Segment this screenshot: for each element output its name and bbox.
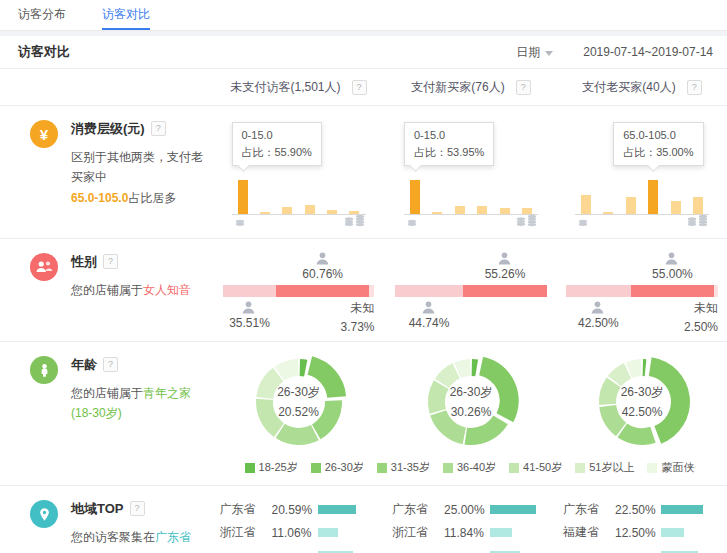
help-icon[interactable]: ? <box>103 357 118 372</box>
male-segment[interactable] <box>395 285 463 297</box>
gender-chart-cell[interactable]: 55.00%42.50%未知2.50% <box>557 239 727 333</box>
bar[interactable] <box>305 205 315 214</box>
region-percent: 25.00% <box>444 503 490 517</box>
legend-item[interactable]: 18-25岁 <box>245 460 298 475</box>
age-donut-cell[interactable]: 26-30岁42.50% <box>557 342 727 452</box>
legend-label: 36-40岁 <box>457 460 496 475</box>
unknown-segment[interactable] <box>369 285 375 297</box>
legend-item[interactable]: 蒙面侠 <box>647 460 694 475</box>
age-legend: 18-25岁26-30岁31-35岁36-40岁41-50岁51岁以上蒙面侠 <box>212 452 727 477</box>
male-segment[interactable] <box>223 285 277 297</box>
low-spend-coin-icon <box>234 216 246 230</box>
section-region-top: 地域TOP? 您的访客聚集在广东省 广东省20.59%浙江省11.06% 广东省… <box>0 486 727 553</box>
region-chart-cell[interactable]: 广东省20.59%浙江省11.06% <box>212 486 385 553</box>
bar[interactable] <box>238 180 248 214</box>
gender-title: 性别 <box>71 254 97 269</box>
bar[interactable] <box>693 197 703 214</box>
consume-chart-cell[interactable]: 65.0-105.0占比：35.00% <box>557 106 727 230</box>
legend-swatch <box>647 463 657 473</box>
section-age: 年龄? 您的店铺属于青年之家(18-30岁) 26-30岁20.52% 26-3… <box>0 342 727 486</box>
bar[interactable] <box>477 206 487 214</box>
bar[interactable] <box>648 180 658 214</box>
region-row[interactable]: 广东省25.00% <box>392 498 550 521</box>
high-spend-coins-icon <box>686 214 709 230</box>
bar[interactable] <box>626 197 636 214</box>
region-row[interactable]: 福建省12.50% <box>563 521 721 544</box>
legend-item[interactable]: 41-50岁 <box>509 460 562 475</box>
gender-stacked-bar-chart: 55.00%42.50%未知2.50% <box>566 251 718 333</box>
region-chart-cell[interactable]: 广东省25.00%浙江省11.84% <box>385 486 557 553</box>
bar[interactable] <box>455 206 465 214</box>
age-donut-cell[interactable]: 26-30岁20.52% <box>212 342 385 452</box>
gender-bar[interactable] <box>223 285 375 297</box>
tab-bar: 访客分布 访客对比 <box>0 0 727 31</box>
bar[interactable] <box>282 207 292 214</box>
region-percent: 22.50% <box>615 503 661 517</box>
male-segment[interactable] <box>566 285 631 297</box>
region-bar <box>661 505 703 514</box>
gender-stacked-bar-chart: 60.76%35.51%未知3.73% <box>223 251 375 333</box>
column-header-unpaid: 未支付访客(1,501人) ? <box>212 69 385 105</box>
tab-visitor-distribution[interactable]: 访客分布 <box>18 0 66 30</box>
tab-visitor-compare[interactable]: 访客对比 <box>102 0 150 30</box>
date-controls: 日期 2019-07-14~2019-07-14 <box>516 44 713 61</box>
region-percent: 20.59% <box>272 503 318 517</box>
female-percent: 55.26% <box>470 267 540 281</box>
region-row[interactable]: 广东省22.50% <box>563 498 721 521</box>
gender-bar[interactable] <box>395 285 547 297</box>
date-dropdown[interactable]: 日期 <box>516 44 553 61</box>
region-row[interactable]: 浙江省11.06% <box>220 521 378 544</box>
legend-swatch <box>443 463 453 473</box>
tooltip-share: 占比：53.95% <box>414 144 484 161</box>
consume-chart-cell[interactable]: 0-15.0占比：55.90% <box>212 106 385 230</box>
consume-label-block: ¥ 消费层级(元)? 区别于其他两类，支付老买家中 65.0-105.0占比居多 <box>0 106 212 230</box>
age-title: 年龄 <box>71 357 97 372</box>
help-icon[interactable]: ? <box>687 80 702 95</box>
date-range[interactable]: 2019-07-14~2019-07-14 <box>583 45 713 59</box>
unknown-label: 未知3.73% <box>340 299 374 337</box>
gender-bar[interactable] <box>566 285 718 297</box>
help-icon[interactable]: ? <box>103 254 118 269</box>
bar[interactable] <box>581 195 591 214</box>
female-percent: 55.00% <box>637 267 707 281</box>
region-row[interactable]: 浙江省11.84% <box>392 521 550 544</box>
donut-center-label: 26-30岁20.52% <box>249 352 349 452</box>
female-segment[interactable] <box>276 285 368 297</box>
gender-people-icon <box>30 253 58 281</box>
unknown-segment[interactable] <box>714 285 718 297</box>
help-icon[interactable]: ? <box>151 121 166 136</box>
help-icon[interactable]: ? <box>352 80 367 95</box>
region-bar <box>490 528 512 537</box>
gender-chart-cell[interactable]: 55.26%44.74% <box>385 239 557 333</box>
gender-chart-cell[interactable]: 60.76%35.51%未知3.73% <box>212 239 385 333</box>
region-row[interactable] <box>220 544 378 553</box>
bar[interactable] <box>410 180 420 214</box>
region-top-list: 广东省25.00%浙江省11.84% <box>392 498 550 553</box>
region-name: 广东省 <box>220 501 272 518</box>
help-icon[interactable]: ? <box>130 501 145 516</box>
legend-item[interactable]: 51岁以上 <box>575 460 634 475</box>
region-row[interactable] <box>563 544 721 553</box>
legend-swatch <box>377 463 387 473</box>
help-icon[interactable]: ? <box>516 80 531 95</box>
legend-item[interactable]: 36-40岁 <box>443 460 496 475</box>
legend-item[interactable]: 31-35岁 <box>377 460 430 475</box>
region-chart-cell[interactable]: 广东省22.50%福建省12.50% <box>557 486 727 553</box>
female-segment[interactable] <box>631 285 715 297</box>
region-row[interactable] <box>392 544 550 553</box>
high-spend-coins-icon <box>343 214 366 230</box>
female-segment[interactable] <box>463 285 547 297</box>
region-bar <box>318 505 356 514</box>
legend-item[interactable]: 26-30岁 <box>311 460 364 475</box>
section-gender: 性别? 您的店铺属于女人知音 60.76%35.51%未知3.73% 55.26… <box>0 239 727 342</box>
donut-center-label: 26-30岁42.50% <box>592 352 692 452</box>
age-donut-cell[interactable]: 26-30岁30.26% <box>385 342 557 452</box>
age-donut-chart: 26-30岁30.26% <box>421 352 521 452</box>
age-donut-chart: 26-30岁20.52% <box>249 352 349 452</box>
region-top-list: 广东省22.50%福建省12.50% <box>563 498 721 553</box>
bar[interactable] <box>671 201 681 214</box>
donut-center-label: 26-30岁30.26% <box>421 352 521 452</box>
male-percent: 42.50% <box>563 316 633 330</box>
region-row[interactable]: 广东省20.59% <box>220 498 378 521</box>
consume-chart-cell[interactable]: 0-15.0占比：53.95% <box>385 106 557 230</box>
